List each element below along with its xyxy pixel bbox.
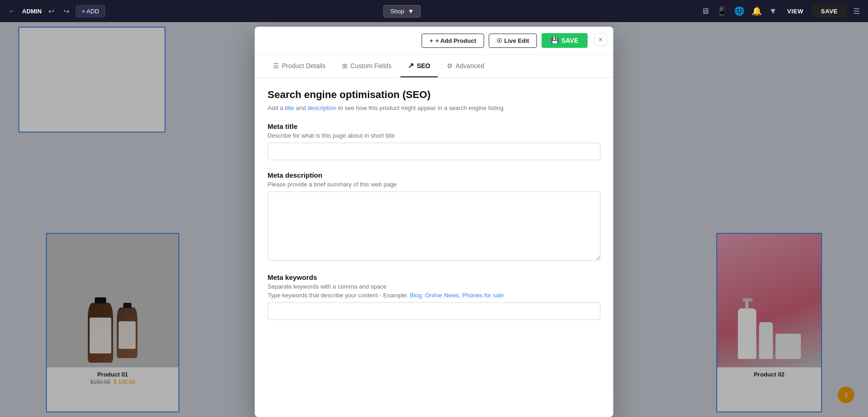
chevron-down-icon: ▼: [408, 8, 414, 15]
meta-description-label: Meta description: [268, 171, 600, 179]
meta-keywords-label: Meta keywords: [268, 273, 600, 281]
tab-seo[interactable]: ↗ SEO: [400, 55, 438, 77]
save-modal-label: SAVE: [561, 37, 578, 44]
close-icon: ×: [599, 36, 602, 43]
seo-section-subtitle: Add a title and description to see how t…: [268, 104, 600, 111]
bell-icon[interactable]: 🔔: [750, 4, 764, 18]
meta-description-hint: Please provide a brief summary of this w…: [268, 181, 600, 188]
meta-keywords-hint2: Type keywords that describe your content…: [268, 292, 600, 299]
redo-button[interactable]: ↪: [61, 5, 72, 17]
custom-fields-icon: ⊞: [342, 62, 348, 70]
meta-keywords-input[interactable]: [268, 302, 600, 320]
save-icon: 💾: [551, 37, 559, 44]
modal-save-button[interactable]: 💾 SAVE: [542, 33, 588, 48]
subtitle-title-link[interactable]: title: [285, 104, 294, 111]
top-bar: ← ADMIN ↩ ↪ + ADD Shop ▼ 🖥 📱 🌐 🔔 ▼ VIEW …: [0, 0, 868, 22]
tab-advanced-label: Advanced: [456, 62, 484, 70]
meta-keywords-group: Meta keywords Separate keywords with a c…: [268, 273, 600, 320]
keywords-hint2-prefix: Type keywords that describe your content…: [268, 292, 410, 299]
tab-product-details[interactable]: ☰ Product Details: [266, 56, 333, 77]
view-button[interactable]: VIEW: [782, 6, 808, 17]
subtitle-suffix: to see how this product might appear in …: [337, 104, 504, 111]
meta-title-label: Meta title: [268, 122, 600, 130]
product-details-icon: ☰: [273, 62, 279, 70]
tablet-icon[interactable]: 📱: [715, 4, 729, 18]
meta-title-group: Meta title Describe for what is this pag…: [268, 122, 600, 160]
add-button[interactable]: + ADD: [76, 5, 105, 17]
subtitle-prefix: Add a: [268, 104, 285, 111]
plus-icon: +: [429, 37, 433, 44]
back-button[interactable]: ←: [6, 5, 18, 17]
subtitle-description-link[interactable]: description: [308, 104, 337, 111]
tab-advanced[interactable]: ⚙ Advanced: [440, 56, 491, 77]
shop-name: Shop: [390, 8, 404, 15]
live-edit-label: Live Edit: [504, 37, 529, 44]
desktop-icon[interactable]: 🖥: [699, 5, 711, 18]
modal-action-buttons: + + Add Product ☉ Live Edit 💾 SAVE: [422, 33, 606, 48]
live-edit-button[interactable]: ☉ Live Edit: [489, 34, 537, 48]
top-save-button[interactable]: SAVE: [812, 5, 847, 17]
top-bar-right: 🖥 📱 🌐 🔔 ▼ VIEW SAVE ☰: [699, 4, 863, 18]
tab-seo-label: SEO: [417, 62, 430, 70]
add-product-button[interactable]: + + Add Product: [422, 34, 484, 48]
top-bar-center: Shop ▼: [109, 5, 696, 17]
globe-icon[interactable]: 🌐: [732, 4, 746, 18]
add-product-label: + Add Product: [435, 37, 476, 44]
modal-header: + + Add Product ☉ Live Edit 💾 SAVE ×: [255, 27, 613, 55]
modal-body: Search engine optimisation (SEO) Add a t…: [255, 78, 613, 342]
meta-description-input[interactable]: [268, 191, 600, 261]
tab-custom-fields[interactable]: ⊞ Custom Fields: [335, 56, 399, 77]
modal-close-button[interactable]: ×: [594, 33, 607, 46]
modal: + + Add Product ☉ Live Edit 💾 SAVE ×: [255, 27, 613, 417]
eye-icon: ☉: [497, 37, 502, 44]
admin-label[interactable]: ADMIN: [22, 8, 42, 15]
top-bar-left: ← ADMIN ↩ ↪ + ADD: [6, 5, 105, 17]
hamburger-icon[interactable]: ☰: [851, 5, 862, 17]
meta-keywords-hint1: Separate keywords with a comma and space: [268, 283, 600, 290]
shop-selector[interactable]: Shop ▼: [383, 5, 421, 17]
tab-custom-fields-label: Custom Fields: [350, 62, 391, 70]
keywords-example-link[interactable]: Blog, Online News, Phones for sale: [410, 292, 504, 299]
tab-product-details-label: Product Details: [282, 62, 326, 70]
modal-tabs: ☰ Product Details ⊞ Custom Fields ↗ SEO …: [255, 55, 613, 78]
modal-overlay: + + Add Product ☉ Live Edit 💾 SAVE ×: [0, 22, 868, 417]
subtitle-middle: and: [294, 104, 308, 111]
undo-button[interactable]: ↩: [46, 5, 57, 17]
meta-title-hint: Describe for what is this page about in …: [268, 132, 600, 139]
seo-icon: ↗: [408, 61, 414, 70]
canvas-area: Product 01 $150.00 $ 100.00: [0, 22, 868, 417]
more-icon[interactable]: ▼: [767, 5, 779, 18]
meta-description-group: Meta description Please provide a brief …: [268, 171, 600, 262]
advanced-icon: ⚙: [447, 62, 453, 70]
meta-title-input[interactable]: [268, 143, 600, 160]
seo-section-title: Search engine optimisation (SEO): [268, 89, 600, 101]
